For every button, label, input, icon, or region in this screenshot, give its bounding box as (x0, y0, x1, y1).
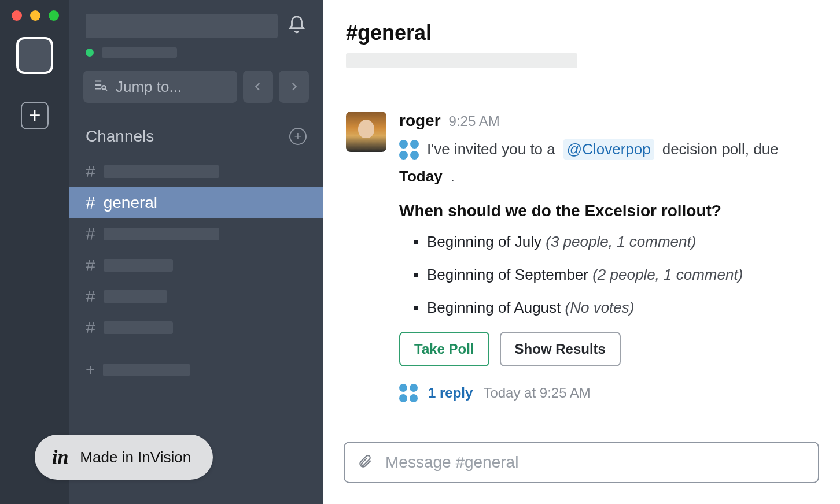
message-time: 9:25 AM (449, 113, 500, 129)
sidebar: Jump to... Channels + # # general # # (69, 0, 323, 504)
workspace-name-placeholder[interactable] (86, 14, 278, 38)
poll-option-label: Beginning of August (427, 299, 561, 316)
hash-icon: # (86, 255, 95, 275)
svg-point-0 (102, 86, 106, 90)
invite-line: I've invited you to a @Cloverpop decisio… (399, 139, 817, 186)
window-controls (12, 10, 59, 21)
invision-badge[interactable]: in Made in InVision (35, 435, 213, 480)
presence-indicator-icon (86, 49, 94, 57)
app-root: + Jump to... (0, 0, 840, 504)
cloverpop-app-icon (399, 140, 419, 160)
close-window-icon[interactable] (12, 10, 22, 21)
message-body: roger 9:25 AM I've invited you to a @Clo… (399, 112, 817, 402)
channels-section-header: Channels + (69, 117, 323, 156)
channel-title: #general (346, 21, 817, 45)
plus-icon: + (86, 361, 95, 379)
poll-option-label: Beginning of July (427, 233, 541, 250)
attachment-paperclip-icon[interactable] (358, 453, 373, 472)
channel-placeholder (104, 321, 173, 334)
message-author[interactable]: roger (399, 112, 441, 130)
cloverpop-app-icon (399, 384, 418, 402)
channel-placeholder (104, 259, 173, 272)
invite-text-prefix: I've invited you to a (427, 140, 555, 158)
workspace-rail: + (0, 0, 69, 504)
hash-icon: # (86, 193, 95, 213)
poll-option-meta: (2 people, 1 comment) (592, 266, 743, 283)
channel-label: general (104, 194, 157, 212)
hash-icon: # (86, 224, 95, 244)
message: roger 9:25 AM I've invited you to a @Clo… (346, 112, 817, 402)
maximize-window-icon[interactable] (49, 10, 59, 21)
reply-time: Today at 9:25 AM (483, 385, 590, 401)
poll-option-meta: (3 people, 1 comment) (546, 233, 696, 250)
hash-icon: # (86, 287, 95, 306)
poll-option-label: Beginning of September (427, 266, 588, 283)
channel-header: #general (323, 0, 840, 79)
show-results-button[interactable]: Show Results (500, 332, 621, 366)
jump-row: Jump to... (69, 71, 323, 117)
new-channel-row[interactable]: + (69, 343, 323, 396)
channel-item[interactable]: # (69, 312, 323, 343)
message-area: roger 9:25 AM I've invited you to a @Clo… (323, 79, 840, 432)
reply-count[interactable]: 1 reply (428, 385, 473, 401)
channel-item-general[interactable]: # general (69, 187, 323, 218)
invite-due: Today (399, 168, 443, 186)
channel-item[interactable]: # (69, 156, 323, 187)
channels-title: Channels (86, 127, 154, 146)
channel-topic-placeholder (346, 53, 577, 68)
poll-option: Beginning of September (2 people, 1 comm… (427, 266, 817, 284)
hash-icon: # (86, 162, 95, 181)
poll-option-meta: (No votes) (565, 299, 635, 316)
add-workspace-button[interactable]: + (21, 102, 49, 129)
presence-row (69, 47, 323, 71)
notifications-bell-icon[interactable] (287, 15, 307, 37)
main-panel: #general roger 9:25 AM I've invited you … (323, 0, 840, 504)
channel-item[interactable]: # (69, 281, 323, 312)
sidebar-header (69, 0, 323, 47)
invision-badge-text: Made in InVision (80, 449, 191, 466)
invite-text-suffix: . (451, 168, 455, 186)
poll-option: Beginning of August (No votes) (427, 299, 817, 317)
channel-item[interactable]: # (69, 250, 323, 281)
composer-placeholder: Message #general (385, 453, 518, 472)
invision-logo-icon: in (52, 446, 68, 468)
jump-to-input[interactable]: Jump to... (83, 71, 237, 103)
channel-item[interactable]: # (69, 218, 323, 250)
take-poll-button[interactable]: Take Poll (399, 332, 489, 366)
add-channel-button[interactable]: + (289, 128, 307, 145)
composer-wrap: Message #general (323, 432, 840, 504)
minimize-window-icon[interactable] (30, 10, 40, 21)
poll-question: When should we do the Excelsior rollout? (399, 202, 817, 220)
channel-placeholder (104, 228, 219, 240)
message-composer[interactable]: Message #general (344, 442, 819, 483)
workspace-button[interactable] (16, 37, 53, 74)
nav-back-button[interactable] (243, 71, 273, 103)
jump-to-label: Jump to... (116, 78, 182, 96)
channel-placeholder (104, 165, 219, 178)
poll-options: Beginning of July (3 people, 1 comment) … (399, 233, 817, 317)
poll-option: Beginning of July (3 people, 1 comment) (427, 233, 817, 251)
nav-forward-button[interactable] (279, 71, 309, 103)
poll-actions: Take Poll Show Results (399, 332, 817, 366)
new-channel-placeholder (103, 364, 190, 376)
mention-cloverpop[interactable]: @Cloverpop (563, 139, 654, 160)
jump-search-icon (93, 77, 108, 97)
avatar[interactable] (346, 112, 386, 152)
username-placeholder (102, 47, 177, 58)
thread-summary[interactable]: 1 reply Today at 9:25 AM (399, 384, 817, 402)
hash-icon: # (86, 318, 95, 338)
message-header: roger 9:25 AM (399, 112, 817, 130)
channel-placeholder (104, 290, 167, 303)
invite-text-middle: decision poll, due (662, 140, 779, 158)
